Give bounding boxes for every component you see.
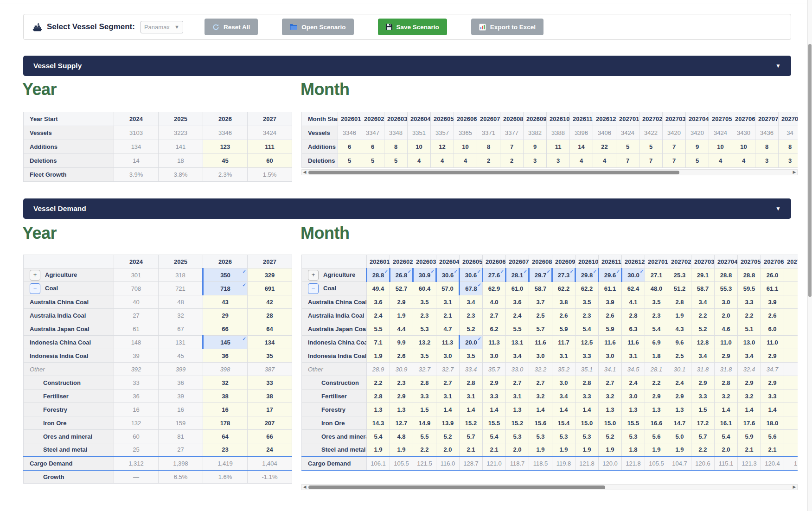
table-cell[interactable]: 5.6 bbox=[761, 430, 784, 443]
table-cell[interactable]: 9.6 bbox=[668, 336, 691, 349]
table-cell[interactable]: 29.6✓ bbox=[599, 268, 622, 282]
table-cell[interactable]: 29.1 bbox=[691, 268, 715, 282]
table-cell[interactable]: 3.1 bbox=[436, 295, 460, 309]
table-cell[interactable]: 3.2 bbox=[738, 390, 761, 403]
table-cell[interactable]: 1.4 bbox=[529, 403, 552, 416]
table-cell[interactable]: 5.4 bbox=[367, 430, 390, 443]
table-cell[interactable]: 2.2 bbox=[645, 376, 668, 390]
table-cell[interactable]: 60 bbox=[248, 154, 292, 168]
table-cell[interactable]: 62.2 bbox=[575, 282, 599, 295]
table-cell[interactable]: 18.0 bbox=[761, 416, 784, 430]
table-cell[interactable]: 5.0 bbox=[668, 430, 691, 443]
table-cell[interactable]: 4.7 bbox=[436, 322, 460, 336]
table-cell[interactable]: 1.9 bbox=[599, 443, 622, 457]
supply-month-scrollbar[interactable]: ◀ ▶ bbox=[301, 169, 798, 175]
table-cell[interactable]: 5.4 bbox=[575, 322, 599, 336]
table-cell[interactable]: 49.4 bbox=[367, 282, 390, 295]
table-cell[interactable]: 3.1 bbox=[552, 349, 575, 363]
table-cell[interactable]: 3.2 bbox=[715, 390, 738, 403]
table-cell[interactable]: 2.9 bbox=[761, 349, 784, 363]
table-cell[interactable]: 1.4 bbox=[460, 403, 483, 416]
table-cell[interactable]: 11.0 bbox=[761, 336, 784, 349]
table-cell[interactable]: 5.2 bbox=[691, 322, 715, 336]
table-cell[interactable]: 5 bbox=[686, 154, 709, 168]
table-cell[interactable]: 4 bbox=[454, 154, 477, 168]
table-cell[interactable]: 2.0 bbox=[436, 443, 460, 457]
table-cell[interactable]: 61.1 bbox=[761, 282, 784, 295]
table-cell[interactable]: 3.4 bbox=[738, 349, 761, 363]
table-cell[interactable]: 5.7 bbox=[529, 322, 552, 336]
table-cell[interactable]: 6.9 bbox=[645, 336, 668, 349]
table-cell[interactable]: 17.6 bbox=[738, 416, 761, 430]
table-cell[interactable]: 2.9 bbox=[645, 390, 668, 403]
table-cell[interactable]: 2.4 bbox=[668, 376, 691, 390]
table-cell[interactable]: 1.4 bbox=[738, 403, 761, 416]
table-cell[interactable]: 1.4 bbox=[483, 403, 506, 416]
table-cell[interactable]: 2.2 bbox=[367, 376, 390, 390]
table-cell[interactable]: 20.0✓ bbox=[460, 336, 483, 349]
table-cell[interactable]: 2.9 bbox=[483, 376, 506, 390]
table-cell[interactable]: 28.8 bbox=[715, 268, 738, 282]
table-cell[interactable]: 5.3 bbox=[575, 430, 599, 443]
table-cell[interactable]: 2.9 bbox=[668, 390, 691, 403]
table-cell[interactable]: 11.7 bbox=[552, 336, 575, 349]
table-cell[interactable] bbox=[784, 268, 798, 282]
table-cell[interactable]: 2.0 bbox=[715, 443, 738, 457]
table-cell[interactable]: 5.5 bbox=[367, 322, 390, 336]
table-cell[interactable]: 1.4 bbox=[436, 403, 460, 416]
table-cell[interactable]: 5.3 bbox=[529, 430, 552, 443]
table-cell[interactable]: 2.6 bbox=[599, 309, 622, 322]
save-scenario-button[interactable]: Save Scenario bbox=[378, 19, 447, 35]
table-cell[interactable]: 26.8✓ bbox=[390, 268, 413, 282]
table-cell[interactable]: 66 bbox=[248, 430, 292, 443]
table-cell[interactable]: 14 bbox=[570, 140, 593, 154]
table-cell[interactable]: 3.4 bbox=[691, 349, 715, 363]
table-cell[interactable]: 5.4 bbox=[483, 430, 506, 443]
table-cell[interactable]: 1.9 bbox=[645, 443, 668, 457]
table-cell[interactable]: 7 bbox=[663, 154, 686, 168]
table-cell[interactable]: 3.4 bbox=[552, 390, 575, 403]
table-cell[interactable]: 5 bbox=[639, 140, 663, 154]
table-cell[interactable]: 3 bbox=[524, 154, 547, 168]
table-cell[interactable]: 4 bbox=[732, 154, 755, 168]
table-cell[interactable]: 14.3 bbox=[367, 416, 390, 430]
table-cell[interactable] bbox=[784, 443, 798, 457]
table-cell[interactable]: 3.2 bbox=[529, 390, 552, 403]
table-cell[interactable]: 2.6 bbox=[390, 349, 413, 363]
table-cell[interactable]: 5.5 bbox=[506, 322, 529, 336]
table-cell[interactable]: 2.5 bbox=[668, 349, 691, 363]
table-cell[interactable]: 55.3 bbox=[715, 282, 738, 295]
table-cell[interactable]: 329 bbox=[248, 268, 292, 282]
table-cell[interactable]: 62.9 bbox=[483, 282, 506, 295]
scroll-left-icon[interactable]: ◀ bbox=[302, 485, 307, 490]
scroll-right-icon[interactable]: ▶ bbox=[792, 170, 797, 175]
table-cell[interactable]: 5.2 bbox=[599, 430, 622, 443]
table-cell[interactable]: 30.6✓ bbox=[460, 268, 483, 282]
table-cell[interactable]: 5.7 bbox=[460, 430, 483, 443]
table-cell[interactable]: 1.4 bbox=[761, 403, 784, 416]
table-cell[interactable]: 26.0 bbox=[761, 268, 784, 282]
table-cell[interactable]: 8 bbox=[477, 140, 500, 154]
table-cell[interactable]: 28 bbox=[248, 309, 292, 322]
table-cell[interactable]: 2.8 bbox=[715, 376, 738, 390]
table-cell[interactable] bbox=[784, 282, 798, 295]
table-cell[interactable]: 2.1 bbox=[436, 309, 460, 322]
table-cell[interactable]: 3.5 bbox=[645, 295, 668, 309]
table-cell[interactable]: 10 bbox=[454, 140, 477, 154]
table-cell[interactable]: 3.2 bbox=[599, 390, 622, 403]
table-cell[interactable]: 62.2 bbox=[552, 282, 575, 295]
table-cell[interactable]: 2.3 bbox=[460, 309, 483, 322]
table-cell[interactable] bbox=[784, 430, 798, 443]
table-cell[interactable]: 10 bbox=[408, 140, 431, 154]
table-cell[interactable]: 64 bbox=[248, 322, 292, 336]
table-cell[interactable]: 3.3 bbox=[738, 295, 761, 309]
table-cell[interactable]: 1.3 bbox=[599, 403, 622, 416]
table-cell[interactable]: 2.6 bbox=[552, 309, 575, 322]
table-cell[interactable]: 14.9 bbox=[413, 416, 436, 430]
table-cell[interactable]: 2.0 bbox=[715, 309, 738, 322]
table-cell[interactable]: 2.2 bbox=[691, 309, 715, 322]
table-cell[interactable]: 5.9 bbox=[738, 430, 761, 443]
table-cell[interactable]: 691 bbox=[248, 282, 292, 295]
table-cell[interactable]: 28.8 bbox=[738, 268, 761, 282]
table-cell[interactable] bbox=[784, 295, 798, 309]
